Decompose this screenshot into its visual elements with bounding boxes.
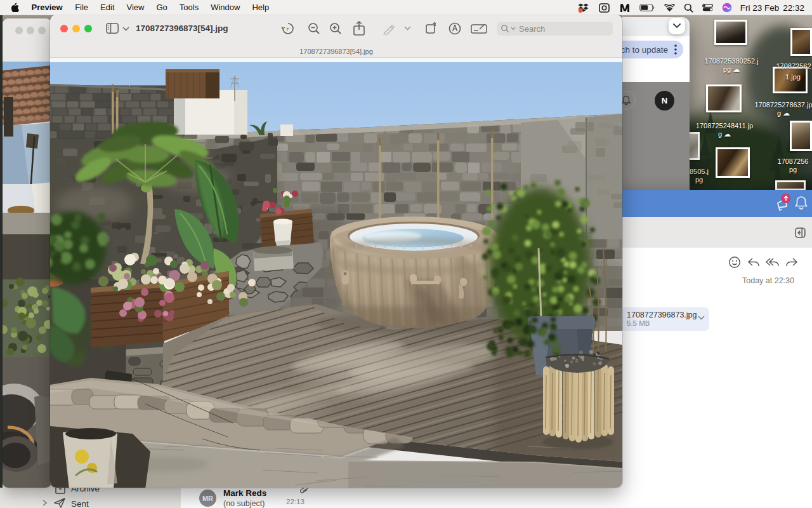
- svg-text:i: i: [287, 26, 288, 32]
